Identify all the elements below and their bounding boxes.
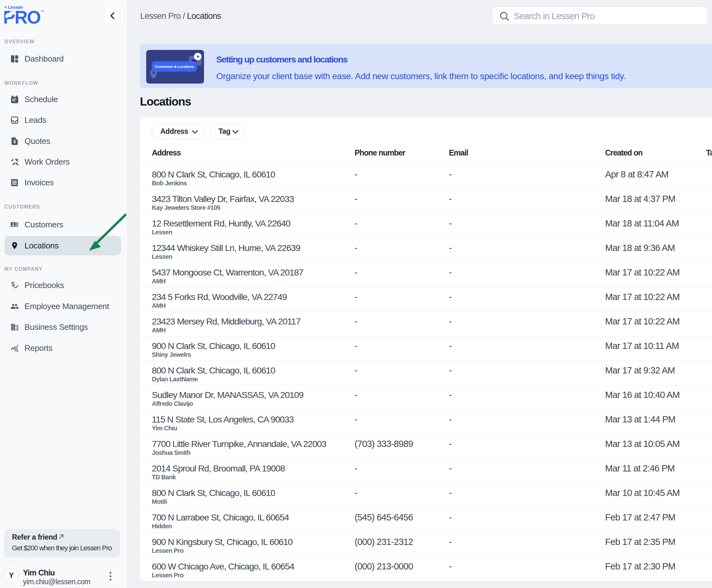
svg-text:$: $ (13, 139, 16, 144)
